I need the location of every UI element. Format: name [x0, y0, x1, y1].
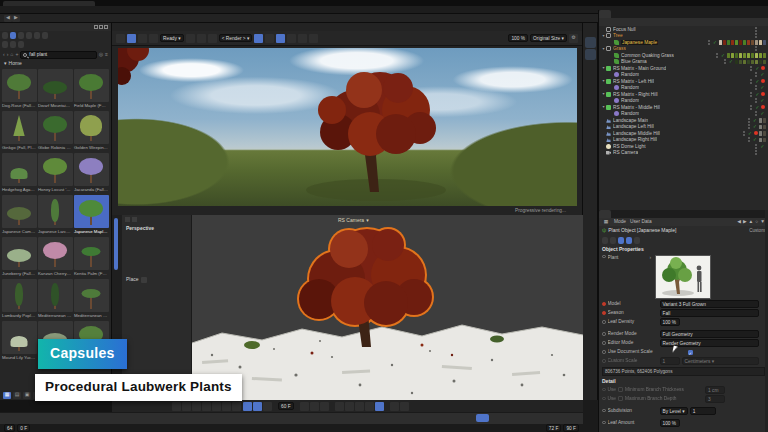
material-swatch[interactable] — [743, 60, 747, 65]
forward-icon[interactable]: › — [7, 52, 9, 58]
leaf-amount-field[interactable]: 100 % — [660, 419, 680, 427]
capsule-icon[interactable] — [585, 85, 596, 96]
asset-filter-tab[interactable] — [42, 32, 48, 39]
asset-item[interactable]: Golden Weeping Willo... — [73, 111, 109, 152]
material-swatch[interactable] — [751, 40, 755, 45]
keyframe-dot[interactable] — [602, 311, 606, 315]
transport-button[interactable] — [172, 402, 181, 411]
object-name[interactable]: Landscape Left Hill — [613, 124, 654, 129]
asset-thumbnail[interactable] — [74, 237, 109, 270]
menu-icon[interactable]: ≡ — [105, 52, 108, 58]
material-swatch[interactable] — [735, 60, 739, 65]
pv-toolbar-icon[interactable] — [138, 34, 147, 43]
asset-item[interactable]: Field Maple (Fall, Plant) — [73, 69, 109, 110]
material-swatch[interactable] — [763, 118, 767, 123]
record-filter-toggle[interactable] — [335, 402, 344, 411]
attribute-tab-pill[interactable] — [602, 237, 608, 244]
pv-toolbar-icon[interactable] — [254, 34, 263, 43]
object-name[interactable]: Focus Null — [613, 27, 636, 32]
enabled-check-icon[interactable]: ✓ — [754, 79, 761, 84]
asset-thumbnail[interactable] — [38, 69, 73, 102]
object-name[interactable]: Tree — [613, 33, 623, 38]
capsule-icon[interactable] — [585, 157, 596, 168]
pv-toolbar-icon[interactable] — [287, 34, 296, 43]
asset-item[interactable]: Mediterranean Dwarf ... — [73, 279, 109, 320]
add-icon[interactable]: + — [15, 52, 18, 58]
grid-view-icon[interactable]: ▦ — [3, 392, 11, 399]
record-icon[interactable] — [320, 402, 329, 411]
pv-toolbar-icon[interactable] — [127, 34, 136, 43]
asset-thumbnail[interactable] — [38, 279, 73, 312]
enabled-check-icon[interactable]: ✓ — [759, 144, 766, 149]
material-swatch[interactable] — [755, 53, 759, 58]
keyframe-dot[interactable] — [602, 255, 606, 259]
enabled-check-icon[interactable]: ✓ — [747, 131, 754, 136]
capsule-icon[interactable] — [585, 73, 596, 84]
capsule-icon[interactable] — [585, 133, 596, 144]
capsule-icon[interactable] — [585, 97, 596, 108]
asset-thumbnail[interactable] — [2, 153, 37, 186]
view-label[interactable]: Perspective — [122, 224, 191, 234]
record-filter-toggle[interactable] — [365, 402, 374, 411]
material-swatch[interactable] — [739, 60, 743, 65]
preview-end-field[interactable]: 72 F — [546, 424, 562, 432]
material-swatch[interactable] — [759, 60, 763, 65]
zoom-level-field[interactable]: 100 % — [508, 34, 528, 42]
record-filter-toggle[interactable] — [345, 402, 354, 411]
plant-preview-thumbnail[interactable] — [655, 255, 711, 299]
asset-filter-tab[interactable] — [34, 32, 40, 39]
asset-item[interactable]: Japanese Larch (Fall, Pl... — [37, 195, 73, 236]
material-swatch[interactable] — [763, 138, 767, 143]
asset-thumbnail[interactable] — [2, 237, 37, 270]
panel-icon[interactable] — [132, 217, 137, 222]
section-heading[interactable]: Object Properties — [599, 245, 768, 254]
min-branch-field[interactable]: 1 cm — [705, 386, 725, 394]
capsule-icon[interactable] — [585, 181, 596, 192]
material-swatch[interactable] — [731, 40, 735, 45]
material-swatch[interactable] — [759, 125, 763, 130]
transport-button[interactable] — [192, 402, 201, 411]
capsule-icon[interactable] — [585, 25, 596, 36]
material-swatch[interactable] — [747, 60, 751, 65]
asset-item[interactable]: Dwarf Mountain Pine L... — [37, 69, 73, 110]
nav-up-icon[interactable]: ▲ — [749, 219, 754, 224]
pv-toolbar-icon[interactable] — [116, 34, 125, 43]
asset-filter-tab[interactable] — [10, 41, 16, 48]
home-icon[interactable]: ⌂ — [10, 52, 13, 58]
asset-item[interactable]: Ginkgo (Fall, Plant) — [1, 111, 37, 152]
object-name[interactable]: RS Camera — [613, 150, 638, 155]
material-swatch[interactable] — [747, 53, 751, 58]
gear-icon[interactable]: ⚙ — [569, 34, 578, 43]
asset-filter-tab[interactable] — [10, 32, 16, 39]
asset-thumbnail[interactable] — [74, 153, 109, 186]
userdata-menu[interactable]: User Data — [630, 219, 652, 224]
visibility-dots[interactable] — [753, 27, 759, 32]
object-name[interactable]: Landscape Right Hill — [613, 137, 657, 142]
enabled-check-icon[interactable]: ✓ — [752, 124, 759, 129]
panel-icon[interactable] — [125, 217, 130, 222]
material-swatch[interactable] — [759, 138, 763, 143]
min-branch-use-checkbox[interactable] — [618, 387, 623, 392]
render-mode-dropdown[interactable]: Full Geometry — [660, 330, 760, 338]
material-swatch[interactable] — [743, 53, 747, 58]
pv-toolbar-icon[interactable] — [309, 34, 318, 43]
enabled-check-icon[interactable]: ✓ — [754, 66, 761, 71]
capsule-icon[interactable] — [585, 121, 596, 132]
asset-item[interactable]: Kanzan Cherry (Fall, Pl... — [37, 237, 73, 278]
asset-item[interactable]: Kentia Palm (Fall, Plant) — [73, 237, 109, 278]
transport-button[interactable] — [182, 402, 191, 411]
use-document-scale-checkbox[interactable]: ✓ — [688, 350, 693, 355]
material-swatch[interactable] — [763, 53, 767, 58]
capsule-icon[interactable] — [585, 37, 596, 48]
asset-item[interactable]: Mound Lily Yucca (Fall... — [1, 321, 37, 362]
enabled-check-icon[interactable]: ✓ — [728, 59, 735, 64]
material-swatch[interactable] — [739, 53, 743, 58]
subdivision-mode-dropdown[interactable]: By Level ▾ — [660, 407, 688, 415]
material-swatch[interactable] — [759, 53, 763, 58]
record-icon[interactable] — [300, 402, 309, 411]
mode-menu[interactable]: Mode — [614, 219, 626, 224]
viewport-camera-label[interactable]: RS Camera▾ — [338, 218, 369, 224]
size-mode-dropdown[interactable]: Original Size ▾ — [530, 34, 567, 42]
timeline-playhead[interactable] — [476, 414, 489, 422]
object-name[interactable]: RS Matrix - Middle Hill — [613, 105, 660, 110]
